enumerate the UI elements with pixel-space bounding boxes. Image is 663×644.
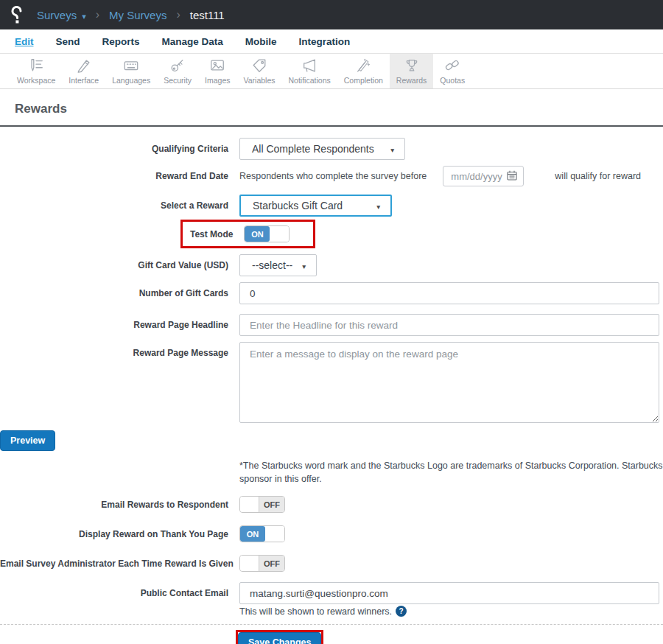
test-mode-row: Test Mode ON: [0, 220, 663, 248]
select-reward-value: Starbucks Gift Card: [253, 200, 343, 211]
help-text: This will be shown to reward winners.: [239, 606, 392, 617]
toggle-off-label: OFF: [259, 497, 284, 512]
dropdown-arrow-icon: [301, 259, 307, 271]
reward-page-headline-label: Reward Page Headline: [0, 320, 228, 330]
calendar-icon[interactable]: [507, 170, 517, 183]
preview-row: Preview: [0, 430, 663, 451]
main-menu: Edit Send Reports Manage Data Mobile Int…: [0, 29, 663, 54]
breadcrumb-surveys[interactable]: Surveys: [37, 9, 86, 21]
languages-icon: [123, 57, 139, 74]
number-of-gift-cards-input[interactable]: [239, 282, 659, 304]
breadcrumb-separator-icon: [176, 8, 180, 21]
reward-end-date-before-text: Respondents who complete the survey befo…: [239, 171, 427, 181]
email-admin-toggle[interactable]: OFF: [239, 555, 285, 572]
breadcrumb: Surveys My Surveys test111: [37, 8, 225, 21]
menu-item-mobile[interactable]: Mobile: [245, 36, 277, 47]
menu-item-edit[interactable]: Edit: [15, 36, 34, 47]
page-title: Rewards: [15, 102, 663, 116]
gift-card-value-row: Gift Card Value (USD) --select--: [0, 254, 663, 276]
questionpro-logo-icon[interactable]: [10, 4, 25, 25]
notifications-icon: [301, 57, 318, 74]
public-contact-email-input[interactable]: [239, 582, 659, 604]
preview-button[interactable]: Preview: [0, 430, 55, 451]
reward-page-headline-row: Reward Page Headline: [0, 314, 663, 336]
dashed-divider: [0, 624, 663, 625]
reward-end-date-label: Reward End Date: [0, 171, 228, 181]
disclaimer-line-2: sponsor in this offer.: [239, 473, 663, 486]
display-reward-label: Display Reward on Thank You Page: [0, 529, 228, 539]
interface-icon: [76, 57, 92, 74]
toggle-settings: Email Rewards to Respondent OFF Display …: [0, 496, 663, 572]
starbucks-disclaimer: *The Starbucks word mark and the Starbuc…: [239, 460, 663, 486]
rewards-trophy-icon: [404, 57, 420, 74]
toolbar-item-completion[interactable]: Completion: [337, 54, 390, 88]
toggle-knob: [240, 497, 259, 512]
save-changes-button[interactable]: Save Changes: [238, 632, 321, 644]
reward-page-message-row: Reward Page Message: [0, 342, 663, 425]
reward-page-message-label: Reward Page Message: [0, 348, 228, 358]
gift-card-value-label: Gift Card Value (USD): [0, 260, 228, 270]
test-mode-toggle[interactable]: ON: [244, 225, 290, 242]
quotas-icon: [444, 57, 460, 74]
qualifying-criteria-row: Qualifying Criteria All Complete Respond…: [0, 138, 663, 160]
menu-item-manage-data[interactable]: Manage Data: [162, 36, 223, 47]
qualifying-criteria-label: Qualifying Criteria: [0, 144, 228, 154]
menu-item-send[interactable]: Send: [56, 36, 80, 47]
workspace-icon: [28, 57, 44, 74]
toolbar-item-interface[interactable]: Interface: [62, 54, 105, 88]
chevron-down-icon: [77, 9, 86, 21]
reward-page-message-textarea[interactable]: [239, 342, 659, 423]
settings-toolbar: Workspace Interface Languages: [0, 54, 663, 89]
toolbar-item-notifications[interactable]: Notifications: [282, 54, 337, 88]
save-row: Save Changes: [0, 630, 663, 644]
public-contact-email-row: Public Contact Email: [0, 582, 663, 604]
email-rewards-toggle[interactable]: OFF: [239, 496, 285, 513]
display-reward-row: Display Reward on Thank You Page ON: [0, 525, 663, 542]
save-changes-highlight-box: Save Changes: [236, 630, 323, 644]
toggle-knob: [270, 226, 289, 242]
gift-card-value-select[interactable]: --select--: [239, 254, 317, 276]
reward-end-date-field[interactable]: [443, 166, 524, 186]
dropdown-arrow-icon: [390, 143, 396, 155]
menu-item-reports[interactable]: Reports: [102, 36, 140, 47]
select-reward-row: Select a Reward Starbucks Gift Card: [0, 195, 663, 217]
select-reward-select[interactable]: Starbucks Gift Card: [239, 195, 392, 217]
toolbar-item-variables[interactable]: Variables: [237, 54, 282, 88]
toggle-on-label: ON: [245, 226, 270, 242]
qualifying-criteria-value: All Complete Respondents: [252, 143, 374, 155]
completion-icon: [355, 57, 371, 74]
toolbar-item-workspace[interactable]: Workspace: [10, 54, 62, 88]
variables-icon: [251, 57, 267, 74]
help-question-icon[interactable]: ?: [396, 606, 407, 617]
email-admin-label: Email Survey Administrator Each Time Rew…: [0, 559, 228, 569]
select-reward-label: Select a Reward: [0, 200, 228, 211]
public-contact-email-label: Public Contact Email: [0, 588, 228, 598]
security-icon: [169, 57, 186, 74]
topbar: Surveys My Surveys test111: [0, 0, 663, 29]
menu-item-integration[interactable]: Integration: [299, 36, 351, 47]
display-reward-toggle[interactable]: ON: [239, 525, 285, 542]
email-rewards-row: Email Rewards to Respondent OFF: [0, 496, 663, 513]
toolbar-item-rewards[interactable]: Rewards: [390, 54, 433, 88]
gift-card-value-value: --select--: [252, 259, 292, 271]
toggle-knob: [240, 556, 259, 571]
number-of-gift-cards-row: Number of Gift Cards: [0, 282, 663, 304]
dropdown-arrow-icon: [376, 200, 382, 211]
reward-end-date-after-text: will qualify for reward: [555, 171, 641, 181]
reward-end-date-input[interactable]: [451, 171, 507, 182]
rewards-form: Qualifying Criteria All Complete Respond…: [0, 127, 663, 644]
breadcrumb-current-survey: test111: [190, 9, 225, 21]
number-of-gift-cards-label: Number of Gift Cards: [0, 288, 228, 298]
toolbar-item-quotas[interactable]: Quotas: [433, 54, 471, 88]
breadcrumb-surveys-label: Surveys: [37, 9, 77, 21]
qualifying-criteria-select[interactable]: All Complete Respondents: [239, 138, 405, 160]
breadcrumb-my-surveys[interactable]: My Surveys: [109, 9, 166, 21]
toolbar-item-images[interactable]: Images: [198, 54, 236, 88]
toolbar-item-security[interactable]: Security: [157, 54, 198, 88]
reward-page-headline-input[interactable]: [239, 314, 659, 336]
images-icon: [209, 57, 225, 74]
toolbar-item-languages[interactable]: Languages: [105, 54, 157, 88]
toggle-knob: [265, 526, 284, 542]
reward-end-date-row: Reward End Date Respondents who complete…: [0, 166, 663, 186]
public-contact-email-help: This will be shown to reward winners. ?: [239, 606, 663, 617]
